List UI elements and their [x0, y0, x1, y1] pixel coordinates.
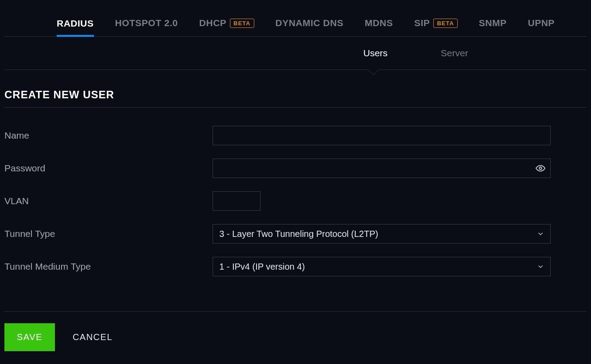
tab-snmp[interactable]: SNMP — [479, 18, 507, 36]
svg-point-0 — [539, 167, 542, 170]
tunnel-type-select[interactable]: 3 - Layer Two Tunneling Protocol (L2TP) — [213, 224, 551, 244]
beta-badge: BETA — [433, 19, 457, 28]
tunnel-medium-type-select[interactable]: 1 - IPv4 (IP version 4) — [213, 257, 551, 276]
name-label: Name — [4, 130, 213, 141]
page-title: CREATE NEW USER — [4, 89, 587, 101]
tunnel-type-label: Tunnel Type — [4, 228, 213, 239]
sub-tab-bar: Users Server — [4, 37, 587, 70]
cancel-button[interactable]: CANCEL — [73, 332, 113, 342]
tab-sip[interactable]: SIP BETA — [414, 18, 458, 36]
tab-dhcp[interactable]: DHCP BETA — [199, 18, 254, 36]
create-user-form: Name Password VLAN Tunnel Type 3 - Layer… — [4, 108, 587, 283]
password-input[interactable] — [213, 159, 551, 178]
save-button[interactable]: SAVE — [4, 323, 55, 351]
sub-tab-label: Users — [363, 48, 388, 58]
form-row-tunnel-type: Tunnel Type 3 - Layer Two Tunneling Prot… — [4, 217, 587, 250]
sub-tab-server[interactable]: Server — [441, 48, 468, 58]
form-row-vlan: VLAN — [4, 185, 587, 217]
form-row-password: Password — [4, 152, 587, 185]
tab-label: DHCP — [199, 18, 227, 28]
form-row-tunnel-medium-type: Tunnel Medium Type 1 - IPv4 (IP version … — [4, 250, 587, 283]
vlan-label: VLAN — [4, 196, 213, 206]
tab-dynamic-dns[interactable]: DYNAMIC DNS — [276, 18, 344, 36]
tab-label: SNMP — [479, 18, 507, 28]
beta-badge: BETA — [230, 19, 254, 28]
tab-mdns[interactable]: MDNS — [365, 18, 393, 36]
sub-tab-label: Server — [441, 48, 468, 58]
tab-label: RADIUS — [57, 18, 94, 29]
vlan-input[interactable] — [213, 191, 261, 211]
tab-upnp[interactable]: UPNP — [528, 18, 555, 36]
name-input[interactable] — [213, 126, 551, 145]
tab-label: DYNAMIC DNS — [276, 18, 344, 28]
sub-tab-users[interactable]: Users — [363, 48, 388, 58]
tab-label: HOTSPOT 2.0 — [115, 18, 178, 28]
tab-label: MDNS — [365, 18, 393, 28]
show-password-icon[interactable] — [536, 163, 545, 173]
form-actions: SAVE CANCEL — [0, 312, 591, 351]
tunnel-medium-type-label: Tunnel Medium Type — [4, 261, 213, 272]
password-label: Password — [4, 163, 213, 174]
tab-label: SIP — [414, 18, 430, 28]
form-row-name: Name — [4, 119, 587, 152]
tab-radius[interactable]: RADIUS — [57, 18, 94, 37]
tab-label: UPNP — [528, 18, 555, 28]
top-tab-bar: RADIUS HOTSPOT 2.0 DHCP BETA DYNAMIC DNS… — [4, 0, 587, 37]
tab-hotspot[interactable]: HOTSPOT 2.0 — [115, 18, 178, 36]
